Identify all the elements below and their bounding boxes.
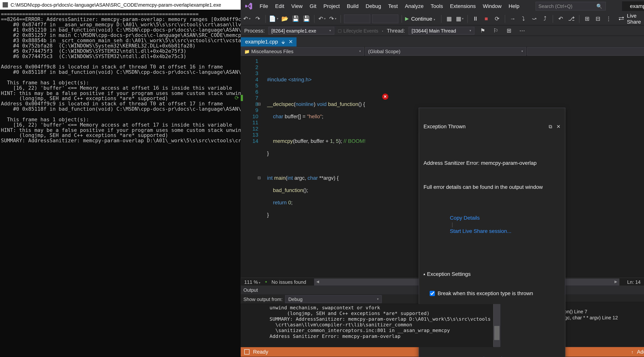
console-title-text: C:\MSDN\cpp-docs-pr\docs\c-language\ASAN… bbox=[10, 2, 221, 8]
nav-scope[interactable]: (Global Scope) bbox=[365, 47, 526, 56]
step-over-button[interactable]: ⤻ bbox=[530, 14, 539, 24]
console-output[interactable]: ========================================… bbox=[0, 10, 241, 356]
pin-popup-icon[interactable]: ⧉ bbox=[546, 123, 554, 130]
search-box[interactable]: Search (Ctrl+Q) 🔍 bbox=[536, 2, 606, 10]
search-icon: 🔍 bbox=[596, 3, 602, 9]
menu-file[interactable]: File bbox=[256, 1, 271, 11]
menu-tools[interactable]: Tools bbox=[428, 1, 446, 11]
db-3[interactable]: ⊞ bbox=[504, 26, 514, 36]
output-text[interactable]: unwind mechanism, swapcontext or vfork (… bbox=[241, 304, 493, 347]
output-vscroll[interactable] bbox=[493, 304, 500, 347]
tb-7[interactable]: ⋮ bbox=[604, 14, 613, 24]
menu-help[interactable]: Help bbox=[506, 1, 522, 11]
change-bar bbox=[241, 95, 243, 101]
menu-view[interactable]: View bbox=[288, 1, 306, 11]
standard-toolbar: ↶ ↷ 📄 📂 💾 💾 ↶ ↷ ▶ Continue ▦ ▦ ⏸ ■ ⟳ → bbox=[241, 12, 644, 26]
exception-title: Exception Thrown bbox=[424, 123, 546, 130]
nav-project[interactable]: 📁Miscellaneous Files bbox=[241, 47, 364, 56]
nav-back-button[interactable]: ↶ bbox=[242, 14, 252, 24]
open-button[interactable]: 📂 bbox=[280, 14, 290, 24]
up-arrow-icon: ↑ bbox=[631, 350, 634, 354]
vs-titlebar[interactable]: FileEditViewGitProjectBuildDebugTestAnal… bbox=[241, 0, 644, 12]
tb-1[interactable]: ▦ bbox=[444, 14, 454, 24]
new-button[interactable]: 📄 bbox=[269, 14, 278, 24]
code-text[interactable]: #include <string.h> ⊟__declspec(noinline… bbox=[262, 56, 644, 278]
error-glyph-icon[interactable]: ✕ bbox=[382, 94, 388, 100]
redo-button[interactable]: ↷ bbox=[328, 14, 338, 24]
pin-tab-icon[interactable]: ⬙ bbox=[282, 39, 285, 44]
db-1[interactable]: ⚑ bbox=[478, 26, 488, 36]
menu-git[interactable]: Git bbox=[306, 1, 319, 11]
nav-fwd-button[interactable]: ↷ bbox=[253, 14, 262, 24]
menu-extensions[interactable]: Extensions bbox=[447, 1, 479, 11]
search-placeholder: Search (Ctrl+Q) bbox=[538, 4, 572, 9]
next-stmt-button[interactable]: → bbox=[508, 14, 517, 24]
start-liveshare-link[interactable]: Start Live Share session... bbox=[450, 228, 512, 234]
db-4[interactable]: ⋯ bbox=[518, 26, 527, 36]
tb-5[interactable]: ⊞ bbox=[582, 14, 592, 24]
solution-name[interactable]: example1 bbox=[622, 1, 644, 11]
thread-combo[interactable]: [33644] Main Thread bbox=[408, 26, 474, 34]
open-exc-settings-link[interactable]: Open Exception Settings bbox=[453, 356, 511, 357]
exception-settings-header[interactable]: Exception Settings bbox=[424, 271, 560, 277]
menu-window[interactable]: Window bbox=[480, 1, 505, 11]
close-popup-icon[interactable]: ✕ bbox=[554, 123, 562, 130]
process-label: Process: bbox=[244, 28, 265, 34]
menu-project[interactable]: Project bbox=[320, 1, 343, 11]
break-checkbox[interactable] bbox=[430, 291, 435, 296]
exception-detail: Full error details can be found in the o… bbox=[424, 184, 560, 191]
continue-button[interactable]: Continue bbox=[410, 16, 438, 22]
show-output-label: Show output from: bbox=[243, 296, 282, 302]
line-numbers: 1234567891011121314 bbox=[248, 56, 262, 278]
status-ready: Ready bbox=[253, 349, 268, 355]
issues-status[interactable]: No issues found bbox=[272, 279, 306, 284]
step-out-button[interactable]: ⤴ bbox=[540, 14, 550, 24]
menu-test[interactable]: Test bbox=[385, 1, 401, 11]
copy-details-link[interactable]: Copy Details bbox=[450, 215, 480, 221]
debug-location-toolbar: Process: [8264] example1.exe Lifecycle E… bbox=[241, 26, 644, 36]
status-icon[interactable] bbox=[244, 349, 250, 354]
main-menu: FileEditViewGitProjectBuildDebugTestAnal… bbox=[256, 1, 522, 11]
code-editor[interactable]: ⟳ 1234567891011121314 #include <string.h… bbox=[241, 56, 644, 278]
tb-2[interactable]: ▦ bbox=[456, 14, 464, 24]
add-source-control[interactable]: Add to Source Control bbox=[637, 349, 644, 355]
save-all-button[interactable]: 💾 bbox=[302, 14, 311, 24]
menu-analyze[interactable]: Analyze bbox=[402, 1, 427, 11]
break-all-button[interactable]: ⏸ bbox=[471, 14, 480, 24]
console-window: C:\MSDN\cpp-docs-pr\docs\c-language\ASAN… bbox=[0, 0, 241, 356]
nav-member[interactable] bbox=[527, 47, 644, 56]
platform-combo[interactable] bbox=[372, 14, 398, 23]
thread-label: Thread: bbox=[387, 28, 405, 34]
save-button[interactable]: 💾 bbox=[291, 14, 300, 24]
line-pos[interactable]: Ln: 14 bbox=[627, 279, 640, 284]
close-tab-icon[interactable]: ✕ bbox=[288, 38, 293, 45]
liveshare-icon: ⮂ bbox=[618, 15, 624, 22]
console-icon bbox=[3, 2, 8, 8]
menu-debug[interactable]: Debug bbox=[362, 1, 384, 11]
menu-edit[interactable]: Edit bbox=[272, 1, 288, 11]
menu-build[interactable]: Build bbox=[344, 1, 362, 11]
config-combo[interactable] bbox=[344, 14, 370, 23]
glyph-margin[interactable]: ⟳ bbox=[241, 56, 248, 278]
output-source-combo[interactable]: Debug bbox=[285, 295, 382, 303]
visual-studio-window: FileEditViewGitProjectBuildDebugTestAnal… bbox=[241, 0, 644, 356]
undo-button[interactable]: ↶ bbox=[318, 14, 326, 24]
step-into-button[interactable]: ⤵ bbox=[519, 14, 528, 24]
tb-4[interactable]: ⎇ bbox=[567, 14, 576, 24]
zoom-level[interactable]: 111 % bbox=[244, 279, 260, 284]
liveshare-button[interactable]: Live Share bbox=[627, 12, 644, 25]
lifecycle-events[interactable]: Lifecycle Events bbox=[338, 28, 378, 33]
vs-logo-icon bbox=[243, 1, 254, 12]
console-titlebar[interactable]: C:\MSDN\cpp-docs-pr\docs\c-language\ASAN… bbox=[0, 0, 241, 10]
tb-6[interactable]: ⊟ bbox=[593, 14, 602, 24]
db-2[interactable]: ⚐ bbox=[491, 26, 501, 36]
tb-3[interactable]: ↶ bbox=[556, 14, 565, 24]
ok-icon: ● bbox=[265, 280, 267, 284]
restart-button[interactable]: ⟳ bbox=[492, 14, 502, 24]
exception-message: Address Sanitizer Error: memcpy-param-ov… bbox=[424, 160, 560, 166]
stop-button[interactable]: ■ bbox=[482, 14, 491, 24]
document-tabs: example1.cpp ⬙ ✕ ▾ ⚙ bbox=[241, 36, 644, 46]
play-icon: ▶ bbox=[405, 16, 409, 22]
process-combo[interactable]: [8264] example1.exe bbox=[268, 26, 334, 34]
document-tab-active[interactable]: example1.cpp ⬙ ✕ bbox=[241, 37, 296, 46]
